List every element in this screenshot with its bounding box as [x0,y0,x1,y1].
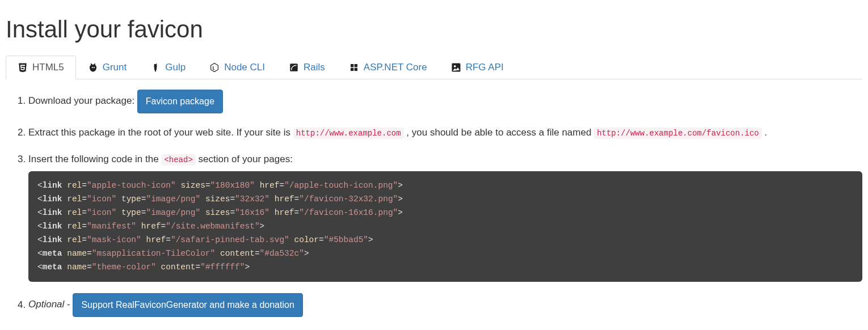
tab-label: HTML5 [32,62,64,73]
tab-gulp[interactable]: Gulp [138,56,197,79]
tab-grunt[interactable]: Grunt [76,56,139,79]
favicon-code-block[interactable]: <link rel="apple-touch-icon" sizes="180x… [28,171,862,282]
html5-icon [18,62,28,73]
svg-rect-2 [354,64,357,67]
step-text: . [765,127,768,138]
step-extract: Extract this package in the root of your… [28,125,862,140]
tab-rfg-api[interactable]: RFG API [439,56,516,79]
step-text: section of your pages: [199,154,293,164]
tab-aspnet-core[interactable]: ASP.NET Core [337,56,439,79]
step-text: Download your package: [28,95,137,106]
steps-list: Download your package: Favicon package E… [6,90,862,330]
gulp-icon [150,62,161,73]
step-text: - [64,299,73,310]
tab-label: Rails [304,62,325,73]
step-text: Insert the following code in the [28,154,161,164]
step-download: Download your package: Favicon package [28,90,862,113]
grunt-icon [88,62,98,73]
windows-icon [349,62,359,73]
svg-rect-3 [351,68,353,71]
nodejs-icon [209,62,220,73]
step-text: Extract this package in the root of your… [28,127,293,138]
tab-label: Node CLI [224,62,265,73]
step-donate: Optional - Support RealFaviconGenerator … [28,293,862,317]
download-package-button[interactable]: Favicon package [137,90,223,113]
donate-button[interactable]: Support RealFaviconGenerator and make a … [73,293,302,317]
tab-rails[interactable]: Rails [277,56,337,79]
head-tag-code: <head> [161,154,195,166]
example-favicon-url: http://www.example.com/favicon.ico [594,128,762,139]
svg-point-6 [454,65,456,67]
tab-label: RFG API [466,62,504,73]
svg-rect-4 [354,68,357,71]
page-title: Install your favicon [6,16,862,43]
step-insert-code: Insert the following code in the <head> … [28,151,862,282]
optional-label: Optional [28,299,64,310]
tabs-nav: HTML5 Grunt Gulp Node CLI [6,56,862,79]
tab-node-cli[interactable]: Node CLI [197,56,277,79]
example-site-url: http://www.example.com [293,128,404,139]
rails-icon [289,62,299,73]
tab-label: ASP.NET Core [364,62,427,73]
rfg-icon [451,62,461,73]
tab-html5[interactable]: HTML5 [6,56,76,79]
svg-rect-1 [351,64,353,67]
tab-label: Gulp [165,62,186,73]
tab-label: Grunt [103,62,127,73]
svg-rect-0 [290,64,298,71]
step-text: , you should be able to access a file na… [406,127,594,138]
